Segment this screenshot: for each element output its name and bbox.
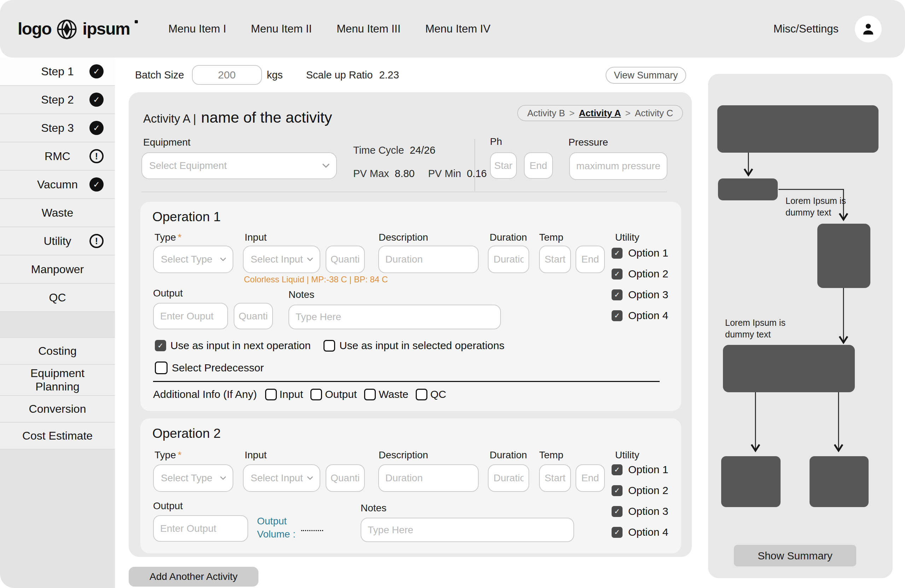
utility-option-1[interactable]: Option 1 [611, 464, 668, 475]
batch-size-label: Batch Size [135, 69, 184, 81]
add-another-activity-button[interactable]: Add Another Activity [129, 567, 259, 586]
show-summary-button[interactable]: Show Summary [734, 545, 856, 566]
nav-item-4[interactable]: Menu Item IV [425, 23, 490, 35]
additional-info-waste-checkbox[interactable]: Waste [364, 388, 408, 400]
temp-end-field[interactable] [576, 464, 605, 492]
additional-info-option-label: Output [325, 388, 357, 400]
notes-field[interactable] [360, 518, 574, 542]
checkbox-checked-icon[interactable] [611, 464, 622, 475]
ph-start-input[interactable] [490, 152, 517, 179]
checkbox-empty-icon[interactable] [265, 389, 277, 400]
breadcrumb-separator: > [569, 108, 575, 119]
sidebar-item-cost-estimate[interactable]: Cost Estimate [0, 423, 115, 450]
operation-2-title: Operation 2 [152, 426, 221, 441]
use-next-operation-checkbox[interactable]: Use as input in next operation [155, 339, 311, 352]
activity-title-text: name of the activity [201, 109, 332, 126]
batch-size-input[interactable] [192, 65, 262, 85]
ph-end-input[interactable] [524, 152, 553, 179]
output-field[interactable] [153, 515, 248, 542]
breadcrumb-activity-b[interactable]: Activity B [527, 108, 565, 119]
additional-info-input-checkbox[interactable]: Input [265, 388, 303, 400]
sidebar-item-waste[interactable]: Waste [0, 199, 115, 227]
duration-field[interactable] [488, 246, 529, 273]
utility-option-4[interactable]: Option 4 [611, 526, 668, 538]
utility-option-2[interactable]: Option 2 [611, 268, 668, 280]
additional-info-output-checkbox[interactable]: Output [310, 388, 357, 400]
checkbox-checked-icon[interactable] [155, 340, 166, 351]
additional-info-qc-checkbox[interactable]: QC [416, 388, 446, 400]
output-label: Output [153, 288, 183, 299]
type-label: Type* [154, 232, 182, 243]
checkbox-checked-icon[interactable] [611, 269, 622, 279]
sidebar-item-equipment-planning[interactable]: Equipment Planning [0, 365, 115, 396]
checkbox-checked-icon[interactable] [611, 248, 622, 259]
misc-settings-link[interactable]: Misc/Settings [773, 23, 838, 35]
sidebar-item-vacumn[interactable]: Vacumn [0, 171, 115, 199]
temp-start-field[interactable] [539, 464, 571, 492]
type-select-placeholder: Select Type [161, 254, 213, 265]
checkbox-empty-icon[interactable] [324, 340, 335, 352]
view-summary-button[interactable]: View Summary [606, 67, 686, 84]
sidebar-item-qc[interactable]: QC [0, 284, 115, 312]
checkbox-empty-icon[interactable] [310, 389, 322, 400]
pressure-input[interactable] [569, 152, 667, 180]
input-quantity-field[interactable] [325, 464, 365, 492]
checkbox-checked-icon[interactable] [611, 310, 622, 321]
sidebar-label: Equipment Planning [17, 366, 98, 393]
utility-option-3[interactable]: Option 3 [611, 505, 668, 517]
checkbox-checked-icon[interactable] [611, 506, 622, 517]
input-select[interactable]: Select Input [243, 246, 320, 273]
user-avatar[interactable] [855, 16, 882, 43]
temp-start-field[interactable] [539, 246, 571, 273]
operation-1-card: Operation 1 Type* Input Description Dura… [140, 202, 681, 411]
temp-end-field[interactable] [576, 246, 605, 273]
sidebar-item-step-2[interactable]: Step 2 [0, 86, 115, 114]
input-select[interactable]: Select Input [243, 464, 320, 492]
flow-node-right[interactable] [817, 223, 870, 288]
type-select[interactable]: Select Type [153, 464, 233, 492]
check-circle-icon [89, 121, 103, 135]
breadcrumb-activity-c[interactable]: Activity C [635, 108, 673, 119]
output-volume-link[interactable]: Output Volume : [257, 515, 301, 540]
output-quantity-field[interactable] [234, 303, 273, 329]
sidebar-item-utility[interactable]: Utility [0, 227, 115, 255]
input-quantity-field[interactable] [325, 246, 365, 273]
checkbox-empty-icon[interactable] [155, 361, 168, 374]
nav-item-3[interactable]: Menu Item III [337, 23, 400, 35]
select-predecessor-checkbox[interactable]: Select Predecessor [155, 361, 264, 374]
checkbox-empty-icon[interactable] [416, 389, 427, 400]
utility-option-2[interactable]: Option 2 [611, 485, 668, 496]
flow-node-bottom-right[interactable] [810, 456, 868, 507]
description-field[interactable] [378, 246, 479, 273]
checkbox-empty-icon[interactable] [364, 389, 376, 400]
notes-field[interactable] [289, 304, 501, 329]
checkbox-checked-icon[interactable] [611, 485, 622, 496]
use-selected-operations-checkbox[interactable]: Use as input in selected operations [324, 339, 505, 352]
sidebar-label: QC [49, 291, 66, 304]
duration-field[interactable] [488, 464, 529, 492]
utility-option-3[interactable]: Option 3 [611, 289, 668, 301]
utility-option-4[interactable]: Option 4 [611, 309, 668, 322]
sidebar-item-conversion[interactable]: Conversion [0, 396, 115, 423]
flow-node-small[interactable] [718, 178, 778, 200]
additional-info-option-label: Input [279, 388, 303, 400]
output-field[interactable] [153, 303, 228, 329]
checkbox-checked-icon[interactable] [611, 527, 622, 538]
sidebar-item-costing[interactable]: Costing [0, 338, 115, 365]
sidebar: Step 1 Step 2 Step 3 RMC Vacumn Waste Ut… [0, 58, 115, 588]
sidebar-item-rmc[interactable]: RMC [0, 143, 115, 171]
sidebar-item-step-1[interactable]: Step 1 [0, 58, 115, 86]
description-field[interactable] [378, 464, 479, 492]
utility-option-1[interactable]: Option 1 [611, 247, 668, 259]
nav-item-1[interactable]: Menu Item I [168, 23, 226, 35]
checkbox-checked-icon[interactable] [611, 289, 622, 300]
breadcrumb-activity-a[interactable]: Activity A [579, 108, 621, 119]
sidebar-item-step-3[interactable]: Step 3 [0, 114, 115, 143]
sidebar-item-manpower[interactable]: Manpower [0, 255, 115, 284]
nav-item-2[interactable]: Menu Item II [251, 23, 312, 35]
equipment-select[interactable]: Select Equipment [141, 152, 337, 179]
type-select[interactable]: Select Type [153, 246, 233, 273]
flow-node-bottom-left[interactable] [721, 456, 781, 507]
flow-node-wide[interactable] [723, 345, 855, 392]
flow-node-top[interactable] [717, 105, 878, 153]
